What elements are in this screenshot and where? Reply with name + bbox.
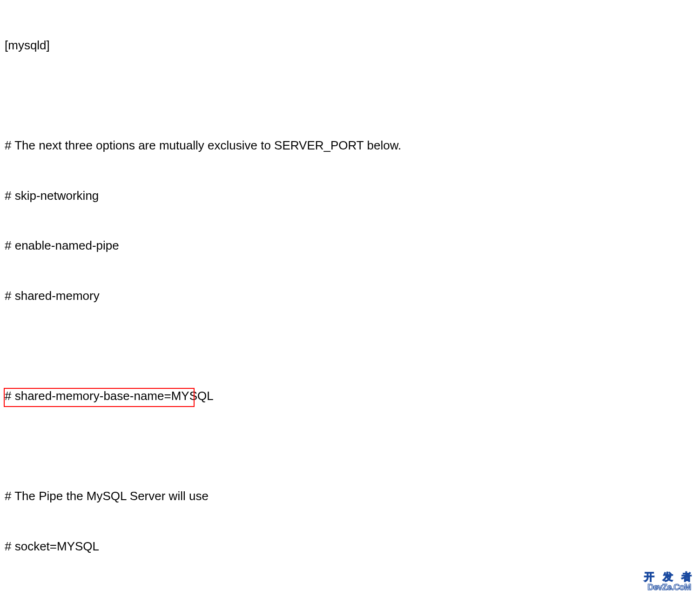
config-line: # shared-memory: [5, 288, 695, 305]
config-line: [mysqld]: [5, 37, 695, 54]
config-line: [5, 87, 695, 104]
watermark-logo: 开 发 者 DevZe.CoM: [641, 572, 697, 594]
watermark-cn-text: 开 发 者: [641, 572, 697, 582]
config-line: # shared-memory-base-name=MYSQL: [5, 388, 695, 405]
watermark-en-text: DevZe.CoM: [641, 583, 697, 591]
config-line: # enable-named-pipe: [5, 237, 695, 254]
config-line: [5, 589, 695, 597]
config-line: # The next three options are mutually ex…: [5, 137, 695, 154]
config-line: # socket=MYSQL: [5, 538, 695, 555]
config-line: [5, 338, 695, 355]
config-line: # skip-networking: [5, 188, 695, 204]
config-file-content: [mysqld] # The next three options are mu…: [5, 4, 695, 597]
config-line: [5, 438, 695, 455]
config-line: # The Pipe the MySQL Server will use: [5, 488, 695, 505]
